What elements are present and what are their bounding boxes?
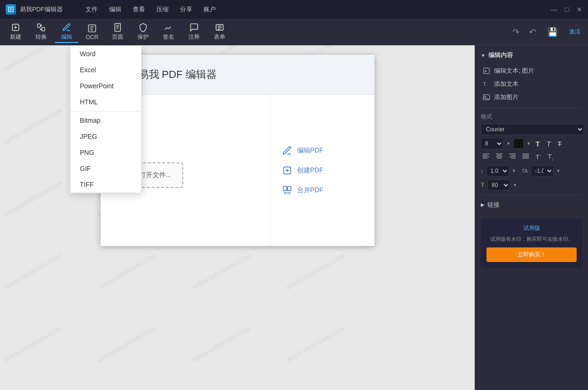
edit-section-header[interactable]: ▼ 编辑内容 bbox=[481, 51, 582, 59]
bold-button[interactable]: T bbox=[534, 139, 542, 149]
nav-view[interactable]: 查看 bbox=[133, 5, 145, 14]
color-picker[interactable] bbox=[513, 138, 524, 149]
dropdown-item-html[interactable]: HTML bbox=[70, 94, 141, 110]
nav-edit[interactable]: 编辑 bbox=[109, 5, 121, 14]
protect-button[interactable]: 保护 bbox=[131, 21, 155, 43]
svg-rect-20 bbox=[483, 95, 489, 100]
close-button[interactable]: ✕ bbox=[577, 6, 582, 13]
create-pdf-label: 创建PDF bbox=[297, 166, 324, 175]
dropdown-item-tiff[interactable]: TIFF bbox=[70, 177, 141, 193]
new-label: 新建 bbox=[10, 33, 21, 41]
chevron-down-icon: ▼ bbox=[481, 53, 486, 58]
format-label: 格式 bbox=[481, 113, 582, 121]
dropdown-item-gif[interactable]: GIF bbox=[70, 161, 141, 177]
add-text-label: 添加文本 bbox=[494, 80, 519, 88]
edit-text-image-item[interactable]: A 编辑文本; 图片 bbox=[481, 64, 582, 77]
edit-text-image-label: 编辑文本; 图片 bbox=[494, 67, 534, 75]
comment-label: 注释 bbox=[188, 33, 200, 41]
link-section-header[interactable]: ▶ 链接 bbox=[481, 199, 582, 211]
dropdown-item-excel[interactable]: Excel bbox=[70, 62, 141, 78]
strikethrough-button[interactable]: T bbox=[555, 139, 563, 149]
chevron-down-icon-size: ▼ bbox=[506, 141, 511, 146]
svg-rect-3 bbox=[38, 24, 41, 28]
font-scale-select[interactable]: 80 bbox=[487, 179, 510, 191]
dropdown-separator bbox=[70, 111, 141, 111]
trial-desc: 试用版有水印，购买即可去除水印。 bbox=[486, 235, 577, 243]
font-size-select[interactable]: 8 bbox=[481, 138, 503, 149]
edit-pdf-action[interactable]: 编辑PDF bbox=[282, 145, 324, 156]
page-button[interactable]: 页面 bbox=[106, 21, 129, 43]
add-image-label: 添加图片 bbox=[494, 93, 519, 102]
size-color-row: 8 ▼ ▼ T T T bbox=[481, 138, 582, 149]
open-file-label: 打开文件... bbox=[139, 171, 171, 179]
dropdown-item-jpeg[interactable]: JPEG bbox=[70, 128, 141, 144]
svg-point-21 bbox=[485, 96, 486, 97]
font-select[interactable]: Courier bbox=[481, 124, 584, 135]
dropdown-menu: Word Excel PowerPoint HTML Bitmap JPEG P… bbox=[70, 45, 142, 193]
svg-rect-16 bbox=[287, 187, 290, 191]
ocr-label: OCR bbox=[86, 34, 99, 41]
panel-divider-1 bbox=[481, 108, 582, 108]
sign-button[interactable]: 签名 bbox=[157, 21, 180, 43]
dropdown-item-powerpoint[interactable]: PowerPoint bbox=[70, 78, 141, 94]
titlebar-nav: 文件 编辑 查看 压缩 分享 账户 bbox=[85, 5, 216, 14]
svg-rect-15 bbox=[283, 187, 286, 191]
chevron-right-icon: ▶ bbox=[481, 202, 485, 207]
form-button[interactable]: 表单 bbox=[208, 21, 231, 43]
toolbar-right: ↷ ↶ 💾 激活 bbox=[509, 25, 584, 39]
dropdown-item-bitmap[interactable]: Bitmap bbox=[70, 112, 141, 128]
undo-redo-group: ↷ ↶ bbox=[509, 25, 540, 39]
link-section-title: 链接 bbox=[487, 201, 500, 209]
dropdown-item-png[interactable]: PNG bbox=[70, 144, 141, 161]
create-pdf-action[interactable]: 创建PDF bbox=[282, 165, 324, 176]
pdf-right: 编辑PDF 创建PDF 合并PDF bbox=[271, 95, 375, 246]
chevron-down-icon-lh: ▼ bbox=[512, 169, 516, 173]
form-label: 表单 bbox=[214, 33, 225, 41]
sign-label: 签名 bbox=[163, 33, 174, 41]
undo-button[interactable]: ↶ bbox=[525, 25, 540, 39]
chevron-down-icon-font: ▼ bbox=[578, 127, 582, 132]
chevron-down-icon-color: ▼ bbox=[527, 141, 531, 146]
edit-label: 编辑 bbox=[61, 33, 72, 41]
align-right-button[interactable] bbox=[507, 152, 518, 162]
align-left-button[interactable] bbox=[481, 152, 491, 162]
line-height-select[interactable]: 1.0 bbox=[486, 165, 509, 177]
italic-button[interactable]: T bbox=[545, 139, 553, 149]
char-spacing-select[interactable]: -1.00 bbox=[531, 165, 554, 177]
subscript-button[interactable]: T↓ bbox=[546, 152, 555, 162]
font-scale-row: T 80 ▼ bbox=[481, 179, 582, 191]
comment-button[interactable]: 注释 bbox=[182, 21, 206, 43]
page-label: 页面 bbox=[112, 33, 123, 41]
align-center-button[interactable] bbox=[494, 152, 504, 162]
minimize-button[interactable]: — bbox=[551, 6, 558, 13]
buy-now-button[interactable]: 立即购买！ bbox=[486, 247, 577, 262]
edit-button[interactable]: 编辑 bbox=[55, 21, 78, 43]
activate-label[interactable]: 激活 bbox=[565, 26, 584, 38]
nav-share[interactable]: 分享 bbox=[180, 5, 192, 14]
right-panel: ▼ 编辑内容 A 编辑文本; 图片 T 添加文本 添加图片 格式 Courier… bbox=[475, 45, 588, 390]
convert-button[interactable]: 转换 bbox=[29, 21, 53, 43]
font-scale-icon: T bbox=[481, 181, 485, 188]
convert-label: 转换 bbox=[35, 33, 47, 41]
trial-title: 试用版 bbox=[486, 224, 577, 232]
nav-compress[interactable]: 压缩 bbox=[156, 5, 169, 14]
redo-button[interactable]: ↷ bbox=[509, 25, 523, 39]
save-button[interactable]: 💾 bbox=[544, 25, 562, 39]
justify-button[interactable] bbox=[520, 152, 531, 162]
add-text-item[interactable]: T 添加文本 bbox=[481, 77, 582, 91]
maximize-button[interactable]: □ bbox=[565, 6, 569, 13]
dropdown-item-word[interactable]: Word bbox=[70, 46, 141, 62]
char-spacing-icon: TA bbox=[521, 168, 528, 174]
svg-rect-4 bbox=[42, 27, 45, 31]
titlebar-left: 易我PDF编辑器 文件 编辑 查看 压缩 分享 账户 bbox=[6, 4, 216, 15]
new-button[interactable]: 新建 bbox=[4, 21, 27, 43]
chevron-down-icon-fs: ▼ bbox=[513, 183, 517, 187]
nav-account[interactable]: 账户 bbox=[204, 5, 216, 14]
add-image-item[interactable]: 添加图片 bbox=[481, 91, 582, 104]
ocr-button[interactable]: OCR bbox=[80, 22, 104, 42]
app-logo bbox=[6, 4, 16, 15]
merge-pdf-action[interactable]: 合并PDF bbox=[282, 185, 324, 195]
edit-section-title: 编辑内容 bbox=[488, 51, 513, 59]
superscript-button[interactable]: T↑ bbox=[534, 153, 543, 161]
nav-file[interactable]: 文件 bbox=[85, 5, 98, 14]
